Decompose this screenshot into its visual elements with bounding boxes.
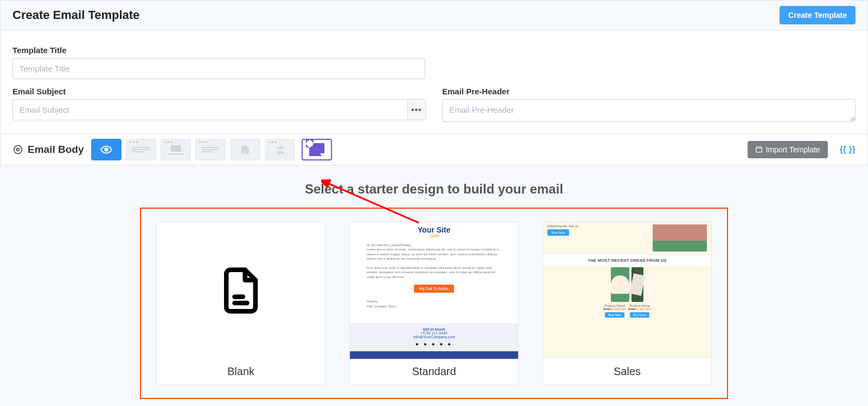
- std-logo-suffix: .com: [429, 233, 439, 239]
- starter-thumb-blank: [157, 222, 325, 359]
- std-greeting: Hi {{contact.first_name|There}},Lorem ip…: [367, 243, 501, 279]
- create-template-button[interactable]: Create Template: [780, 6, 856, 24]
- import-icon: [755, 146, 763, 153]
- starter-caption-sales: Sales: [543, 359, 711, 384]
- sales-band: THE MOST RECENT DRESS FROM US: [543, 255, 711, 266]
- svg-rect-3: [243, 151, 247, 151]
- svg-point-2: [105, 148, 108, 151]
- field-template-title: Template Title: [12, 46, 425, 79]
- page-title: Create Email Template: [12, 8, 139, 22]
- label-email-preheader: Email Pre-Header: [442, 87, 856, 96]
- field-email-preheader: Email Pre-Header: [442, 87, 856, 122]
- label-email-subject: Email Subject: [12, 87, 426, 96]
- field-email-subject: Email Subject •••: [12, 87, 426, 122]
- starter-thumb-standard: Your Site .com Hi {{contact.first_name|T…: [350, 222, 518, 359]
- email-body-toolbar: Email Body </>10% Import Template {{ }}: [0, 134, 868, 165]
- gear-icon: [12, 144, 23, 155]
- view-preview-button[interactable]: [91, 139, 122, 160]
- starter-thumb-sales: adipiscing elit, sed do Buy Now THE MOST…: [543, 222, 711, 359]
- placeholder-token-button[interactable]: {{ }}: [840, 145, 856, 154]
- drag-drop-designer-button[interactable]: [302, 139, 332, 160]
- starter-caption-standard: Standard: [350, 359, 518, 384]
- std-signoff: Thanks,The Company Team: [367, 299, 501, 308]
- starter-card-sales[interactable]: adipiscing elit, sed do Buy Now THE MOST…: [542, 222, 712, 385]
- layout-image-button[interactable]: [161, 139, 191, 160]
- label-template-title: Template Title: [12, 46, 425, 55]
- layout-page-button[interactable]: [230, 139, 260, 160]
- svg-point-0: [14, 146, 22, 154]
- email-preheader-input[interactable]: [442, 99, 856, 122]
- starter-card-blank[interactable]: Blank: [156, 222, 326, 385]
- form-card: Template Title Email Subject ••• Email P…: [0, 30, 868, 134]
- template-title-input[interactable]: [12, 58, 425, 79]
- layout-text2-button[interactable]: [195, 139, 226, 160]
- email-body-label: Email Body: [28, 144, 84, 156]
- header-bar: Create Email Template Create Template: [0, 0, 868, 30]
- svg-point-1: [17, 149, 20, 151]
- layout-code-button[interactable]: </>10%: [265, 139, 295, 160]
- blank-document-icon: [216, 260, 266, 321]
- starter-card-standard[interactable]: Your Site .com Hi {{contact.first_name|T…: [349, 222, 519, 385]
- starter-section: Select a starter design to build your em…: [0, 165, 868, 406]
- starter-caption-blank: Blank: [157, 359, 325, 384]
- layout-text-button[interactable]: [126, 139, 156, 160]
- email-subject-input[interactable]: [12, 99, 407, 120]
- social-icons: ● ● ● ● ●: [350, 341, 518, 347]
- subject-more-button[interactable]: •••: [407, 99, 426, 120]
- starter-heading: Select a starter design to build your em…: [0, 182, 868, 197]
- std-footer: Get in touch +0 55 111 4444 Info@YourCom…: [350, 323, 518, 351]
- import-template-label: Import Template: [766, 145, 820, 154]
- starter-designs-box: Blank Your Site .com Hi {{contact.first_…: [140, 208, 728, 399]
- import-template-button[interactable]: Import Template: [748, 141, 828, 158]
- svg-rect-4: [243, 152, 246, 152]
- std-cta: My Call To Action: [414, 285, 454, 293]
